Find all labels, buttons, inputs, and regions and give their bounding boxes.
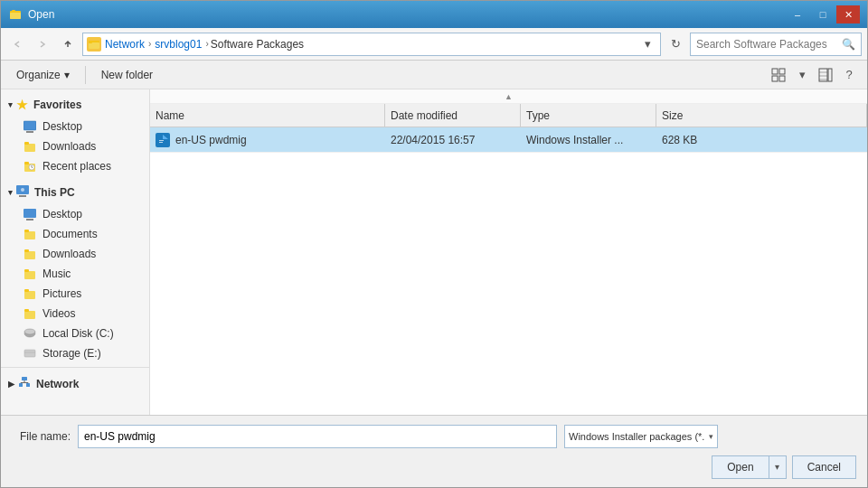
path-network[interactable]: Network [103,38,146,51]
col-header-size[interactable]: Size [656,104,867,127]
storage-icon [23,346,37,361]
sidebar-item-desktop-pc[interactable]: Desktop [1,204,149,224]
filename-label: File name: [12,430,71,443]
svg-rect-8 [772,76,778,81]
detail-pane-button[interactable] [815,64,836,86]
title-bar-left: Open [8,7,54,22]
svg-rect-1 [10,13,21,19]
search-input[interactable] [696,38,838,51]
sidebar-item-desktop-fav[interactable]: Desktop [1,117,149,136]
svg-rect-28 [24,231,35,239]
music-icon [23,267,37,281]
address-path[interactable]: Network › srvblog01 › Software Packages … [82,33,661,56]
minimize-button[interactable]: – [786,5,809,23]
toolbar-right: ▾ ? [768,64,860,86]
path-server[interactable]: srvblog01 [153,38,203,51]
open-button-group: Open ▾ [712,455,786,479]
svg-rect-43 [19,383,23,387]
open-dropdown-button[interactable]: ▾ [769,455,787,479]
path-current: Software Packages [211,38,304,51]
filetype-text: Windows Installer packages (*. [569,431,704,442]
sidebar-favorites-group: ▾ ★ Favorites Desktop Downloads [1,93,149,176]
scroll-up-area[interactable]: ▲ [150,89,867,104]
downloads-fav-icon [23,139,37,154]
back-button[interactable] [6,33,28,55]
col-header-name[interactable]: Name [150,104,385,127]
sidebar-item-storage[interactable]: Storage (E:) [1,343,149,363]
thispc-collapse-icon: ▾ [8,188,13,197]
svg-rect-37 [24,309,29,312]
svg-point-25 [21,188,24,192]
sidebar-item-pictures[interactable]: Pictures [1,284,149,304]
sidebar-network-header[interactable]: ▶ Network [1,371,149,396]
pictures-icon [23,286,37,301]
svg-rect-42 [22,377,27,380]
svg-rect-9 [779,76,785,81]
sidebar-item-documents[interactable]: Documents [1,224,149,244]
search-icon: 🔍 [842,38,855,51]
svg-rect-17 [26,131,33,133]
sidebar-item-downloads-fav[interactable]: Downloads [1,136,149,156]
sidebar-favorites-header[interactable]: ▾ ★ Favorites [1,93,149,117]
title-bar: Open – □ ✕ [1,1,867,28]
svg-rect-19 [24,142,29,145]
network-collapse-icon: ▶ [8,380,14,389]
svg-rect-30 [24,251,35,259]
help-button[interactable]: ? [838,64,860,86]
svg-rect-31 [24,249,29,252]
maximize-button[interactable]: □ [811,5,835,23]
sidebar-item-videos[interactable]: Videos [1,304,149,324]
new-folder-button[interactable]: New folder [93,64,161,86]
svg-rect-32 [24,271,35,279]
open-dialog: Open – □ ✕ Network [0,0,868,488]
svg-rect-27 [26,219,33,221]
sidebar-item-downloads-pc[interactable]: Downloads [1,244,149,264]
thispc-icon [16,184,29,200]
path-folder-icon [87,37,101,52]
videos-icon [23,306,37,321]
refresh-button[interactable]: ↻ [665,33,686,55]
organize-button[interactable]: Organize ▾ [8,64,78,86]
open-button[interactable]: Open [712,455,768,479]
dialog-title: Open [28,8,54,21]
sidebar-item-music[interactable]: Music [1,264,149,284]
svg-rect-6 [772,69,778,74]
svg-rect-5 [89,41,92,43]
filename-row: File name: Windows Installer packages (*… [12,425,856,448]
action-row: Open ▾ Cancel [12,455,856,479]
file-cell-type: Windows Installer ... [521,134,656,146]
address-bar: Network › srvblog01 › Software Packages … [1,28,867,61]
search-box: 🔍 [690,33,862,56]
file-cell-name: en-US pwdmig [150,133,385,147]
filetype-dropdown[interactable]: Windows Installer packages (*. ▾ [564,425,718,448]
view-dropdown-button[interactable]: ▾ [791,64,813,86]
close-button[interactable]: ✕ [836,5,860,23]
sidebar-item-local-disk[interactable]: Local Disk (C:) [1,324,149,343]
path-dropdown-button[interactable]: ▾ [638,33,656,56]
favorites-star-icon: ★ [16,98,28,112]
svg-point-39 [24,329,35,334]
sidebar-item-recent[interactable]: Recent places [1,156,149,176]
sidebar-thispc-group: ▾ This PC Desktop Documents [1,180,149,363]
filetype-dropdown-icon: ▾ [709,432,713,441]
table-row[interactable]: en-US pwdmig 22/04/2015 16:57 Windows In… [150,127,867,153]
dialog-icon [8,7,23,22]
local-disk-icon [23,326,37,341]
svg-rect-36 [24,311,35,319]
forward-button[interactable] [32,33,53,55]
view-icon-button[interactable] [768,64,789,86]
cancel-button[interactable]: Cancel [792,455,856,479]
svg-rect-53 [159,140,164,141]
svg-rect-4 [89,42,99,49]
col-header-date[interactable]: Date modified [385,104,521,127]
col-header-type[interactable]: Type [521,104,656,127]
sidebar-thispc-header[interactable]: ▾ This PC [1,180,149,204]
scroll-up-icon: ▲ [505,92,513,101]
filename-input[interactable] [78,425,557,448]
svg-rect-7 [779,69,785,74]
msi-icon [156,133,170,147]
file-list-header: Name Date modified Type Size [150,104,867,127]
sidebar: ▾ ★ Favorites Desktop Downloads [1,89,150,415]
up-button[interactable] [57,33,79,55]
desktop-fav-icon [23,119,37,134]
